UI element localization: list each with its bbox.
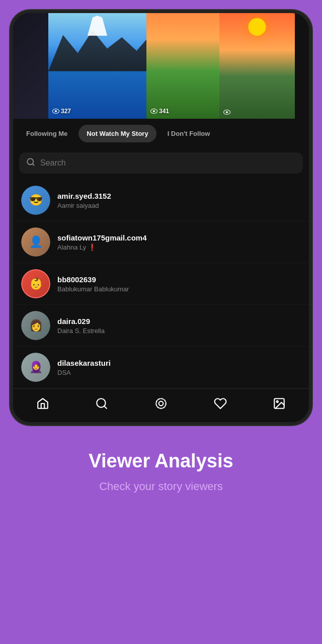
- list-item[interactable]: 👤 sofiatown175gmail.com4 Alahna Ly ❗: [13, 221, 309, 263]
- nav-story[interactable]: [148, 395, 174, 412]
- user-info: daira.029 Daira S. Estrella: [57, 317, 301, 335]
- filter-tabs: Following Me Not Watch My Story I Don't …: [13, 119, 309, 148]
- username: bb8002639: [57, 275, 301, 284]
- username: sofiatown175gmail.com4: [57, 233, 301, 242]
- nav-search[interactable]: [89, 395, 114, 412]
- svg-line-3: [104, 406, 107, 409]
- story-icon: [154, 397, 168, 410]
- user-info: bb8002639 Bablukumar Bablukumar: [57, 275, 301, 293]
- display-name: DSA: [57, 369, 301, 376]
- view-count-3: 341: [150, 108, 169, 115]
- display-name: Daira S. Estrella: [57, 327, 301, 335]
- phone-frame: 327 341 Following Me Not Watch My Story …: [10, 10, 312, 425]
- eye-icon: [223, 110, 230, 115]
- viewer-analysis-title: Viewer Analysis: [10, 450, 312, 472]
- search-icon: [26, 157, 35, 169]
- username: daira.029: [57, 317, 301, 326]
- tab-following-me[interactable]: Following Me: [18, 125, 75, 142]
- gallery-icon: [273, 397, 286, 410]
- heart-icon: [214, 397, 227, 410]
- nav-home[interactable]: [30, 395, 55, 412]
- viewer-analysis-subtitle: Check your story viewers: [10, 480, 312, 493]
- user-info: amir.syed.3152 Aamir saiyaad: [57, 192, 301, 209]
- story-thumb-1[interactable]: [13, 13, 48, 119]
- list-item[interactable]: 👩 daira.029 Daira S. Estrella: [13, 305, 309, 347]
- eye-icon: [52, 109, 59, 114]
- svg-point-4: [156, 398, 166, 409]
- bottom-nav: [13, 388, 309, 422]
- search-nav-icon: [95, 397, 108, 410]
- svg-point-7: [277, 401, 278, 403]
- avatar: 👤: [21, 227, 50, 257]
- eye-icon: [150, 109, 157, 114]
- tab-not-watch[interactable]: Not Watch My Story: [78, 125, 156, 142]
- display-name: Alahna Ly ❗: [57, 244, 301, 251]
- story-thumb-3[interactable]: 341: [146, 13, 219, 119]
- svg-line-1: [32, 164, 34, 165]
- home-icon: [36, 397, 49, 410]
- story-thumb-4[interactable]: [219, 13, 295, 119]
- display-name: Aamir saiyaad: [57, 202, 301, 209]
- tab-dont-follow[interactable]: I Don't Follow: [159, 125, 218, 142]
- list-item[interactable]: 👶 bb8002639 Bablukumar Bablukumar: [13, 263, 309, 305]
- search-input[interactable]: [40, 158, 296, 168]
- search-bar: [19, 152, 303, 174]
- view-count-2: 327: [52, 108, 71, 115]
- username: dilasekarasturi: [57, 359, 301, 367]
- user-info: sofiatown175gmail.com4 Alahna Ly ❗: [57, 233, 301, 251]
- svg-point-5: [159, 401, 164, 406]
- stories-area: 327 341: [13, 13, 309, 119]
- user-list: 😎 amir.syed.3152 Aamir saiyaad 👤 sofiato…: [13, 180, 309, 388]
- story-thumb-2[interactable]: 327: [48, 13, 146, 119]
- nav-gallery[interactable]: [267, 395, 292, 412]
- list-item[interactable]: 😎 amir.syed.3152 Aamir saiyaad: [13, 180, 309, 221]
- user-info: dilasekarasturi DSA: [57, 359, 301, 376]
- display-name: Bablukumar Bablukumar: [57, 285, 301, 293]
- nav-heart[interactable]: [208, 395, 233, 412]
- avatar: 🧕: [21, 353, 50, 382]
- list-item[interactable]: 🧕 dilasekarasturi DSA: [13, 347, 309, 388]
- avatar: 👶: [21, 269, 50, 298]
- view-count-4: [223, 110, 230, 115]
- search-container: [13, 148, 309, 180]
- avatar: 😎: [21, 186, 50, 215]
- avatar: 👩: [21, 311, 50, 340]
- username: amir.syed.3152: [57, 192, 301, 200]
- bottom-section: Viewer Analysis Check your story viewers: [0, 425, 322, 513]
